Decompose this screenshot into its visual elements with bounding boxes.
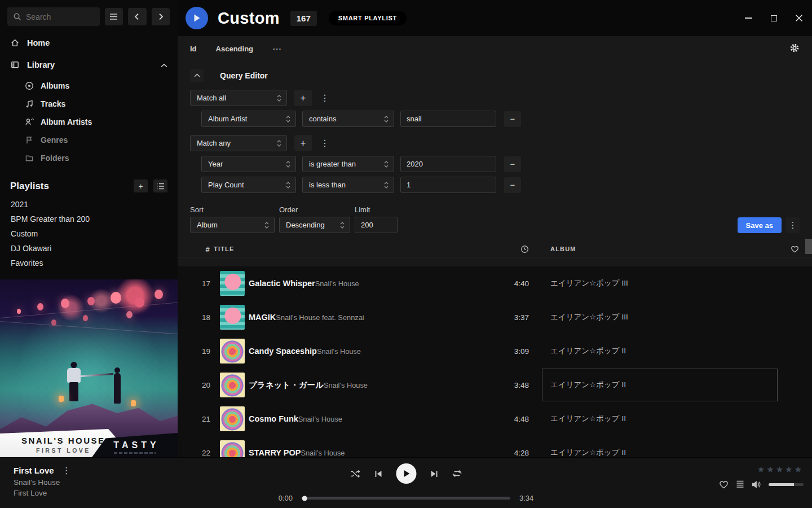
select-value: Play Count <box>208 181 244 189</box>
player-right-controls: ★★★★★ <box>719 465 804 489</box>
column-header-title[interactable]: TITLE <box>214 246 492 252</box>
close-button[interactable] <box>795 14 804 23</box>
rule-field-select[interactable]: Year <box>201 156 296 172</box>
rule-value-input[interactable] <box>400 156 496 172</box>
sidebar: Home Library Albums Tracks <box>0 0 178 457</box>
column-header-index[interactable]: # <box>189 245 214 253</box>
minimize-icon <box>745 17 752 19</box>
rule-value-input[interactable] <box>400 177 496 193</box>
rating-stars[interactable]: ★★★★★ <box>757 465 804 475</box>
group-menu-button[interactable]: ⋮ <box>319 138 330 148</box>
sort-direction-button[interactable]: Ascending <box>216 45 253 53</box>
track-row[interactable]: 20 プラネット・ガールSnail’s House 3:48 エイリアン☆ポップ… <box>178 368 812 402</box>
queue-button[interactable] <box>736 480 744 488</box>
rule-field-select[interactable]: Play Count <box>201 177 296 193</box>
column-header-album[interactable]: ALBUM <box>542 246 777 252</box>
limit-input[interactable] <box>355 217 398 233</box>
track-title: STARRY POP <box>249 448 301 457</box>
track-row[interactable]: 21 Cosmo FunkSnail’s House 4:48 エイリアン☆ポッ… <box>178 402 812 436</box>
queue-icon <box>736 480 744 488</box>
save-menu-button[interactable]: ⋮ <box>786 217 800 233</box>
track-duration: 4:28 <box>514 449 529 457</box>
remove-rule-button[interactable]: − <box>504 177 521 193</box>
save-as-button[interactable]: Save as <box>738 217 782 233</box>
album-cover-thumbnail <box>220 406 245 431</box>
track-album: エイリアン☆ポップ III <box>542 301 777 333</box>
sidebar-item-albums[interactable]: Albums <box>0 77 178 95</box>
track-row[interactable]: 22 STARRY POPSnail’s House 4:28 エイリアン☆ポッ… <box>178 436 812 457</box>
sidebar-item-tracks[interactable]: Tracks <box>0 95 178 113</box>
favorite-button[interactable] <box>719 480 729 489</box>
remove-rule-button[interactable]: − <box>504 111 521 127</box>
add-rule-button[interactable]: + <box>294 90 312 106</box>
track-row[interactable]: 17 Galactic WhisperSnail’s House 4:40 エイ… <box>178 266 812 300</box>
maximize-button[interactable] <box>769 14 778 23</box>
playlist-item[interactable]: DJ Okawari <box>0 241 178 256</box>
nav-back-button[interactable] <box>128 8 146 25</box>
search-input[interactable] <box>26 12 88 21</box>
updown-icon <box>383 115 389 123</box>
now-playing-artwork[interactable]: SNAIL'S HOUSE FIRST LOVE TASTY <box>0 279 178 457</box>
rule-operator-select[interactable]: is less than <box>302 177 394 193</box>
sidebar-item-folders[interactable]: Folders <box>0 149 178 167</box>
playlist-options-button[interactable] <box>153 179 167 192</box>
sort-field-button[interactable]: Id <box>190 45 197 53</box>
volume-slider[interactable] <box>769 483 804 486</box>
sidebar-item-genres[interactable]: Genres <box>0 131 178 149</box>
sort-select[interactable]: Album <box>190 217 275 233</box>
query-rule: Year is greater than − <box>201 156 812 172</box>
seek-bar[interactable] <box>302 497 510 500</box>
playlist-item[interactable]: Custom <box>0 226 178 241</box>
play-playlist-button[interactable] <box>186 7 208 29</box>
next-track-button[interactable] <box>430 470 439 478</box>
track-title: Cosmo Funk <box>249 414 298 423</box>
seek-knob[interactable] <box>302 496 307 501</box>
sidebar-item-home[interactable]: Home <box>0 32 178 54</box>
select-value: is less than <box>309 181 346 189</box>
order-select[interactable]: Descending <box>279 217 350 233</box>
group-menu-button[interactable]: ⋮ <box>319 93 330 103</box>
play-pause-button[interactable] <box>396 463 417 484</box>
updown-icon <box>276 94 282 102</box>
playlist-item[interactable]: Favorites <box>0 256 178 270</box>
scrollbar-thumb[interactable] <box>805 239 812 254</box>
settings-button[interactable] <box>789 43 800 55</box>
select-value: Match all <box>197 94 226 102</box>
remove-rule-button[interactable]: − <box>504 156 521 172</box>
playlist-item[interactable]: 2021 <box>0 197 178 212</box>
rule-value-input[interactable] <box>400 111 496 127</box>
playlist-item[interactable]: BPM Greater than 200 <box>0 212 178 226</box>
rule-field-select[interactable]: Album Artist <box>201 111 296 127</box>
shuffle-button[interactable] <box>350 469 361 479</box>
rule-operator-select[interactable]: is greater than <box>302 156 394 172</box>
sidebar-item-album-artists[interactable]: Album Artists <box>0 113 178 131</box>
sort-label: Sort <box>190 205 275 214</box>
add-rule-button[interactable]: + <box>294 135 312 151</box>
volume-button[interactable] <box>752 480 761 489</box>
rule-operator-select[interactable]: contains <box>302 111 394 127</box>
more-options-button[interactable]: ⋯ <box>272 43 282 54</box>
next-icon <box>430 470 439 478</box>
column-header-duration[interactable] <box>520 245 529 253</box>
search-box[interactable] <box>7 7 100 26</box>
track-album-focused-cell[interactable]: エイリアン☆ポップ II <box>542 369 777 401</box>
track-number: 19 <box>189 347 214 356</box>
previous-track-button[interactable] <box>374 470 383 478</box>
menu-button[interactable] <box>105 8 123 25</box>
nav-forward-button[interactable] <box>152 8 170 25</box>
collapse-query-editor-button[interactable] <box>190 69 204 82</box>
track-artist: Snail’s House feat. Sennzai <box>276 313 364 322</box>
repeat-button[interactable] <box>452 469 462 478</box>
add-playlist-button[interactable]: + <box>134 179 148 192</box>
match-mode-select[interactable]: Match all <box>190 90 287 106</box>
sidebar-item-library[interactable]: Library <box>0 54 178 76</box>
track-row[interactable]: 18 MAGIKSnail’s House feat. Sennzai 3:37… <box>178 300 812 334</box>
speaker-icon <box>752 480 761 489</box>
column-header-favorite[interactable] <box>791 245 799 253</box>
match-mode-select[interactable]: Match any <box>190 135 287 151</box>
library-collapse-toggle[interactable] <box>161 60 167 69</box>
track-row[interactable]: 19 Candy SpaceshipSnail’s House 3:09 エイリ… <box>178 334 812 368</box>
minimize-button[interactable] <box>744 14 753 23</box>
player-bar: First Love ⋮ Snail’s House First Love <box>0 457 812 508</box>
now-playing-menu-button[interactable]: ⋮ <box>61 465 72 476</box>
